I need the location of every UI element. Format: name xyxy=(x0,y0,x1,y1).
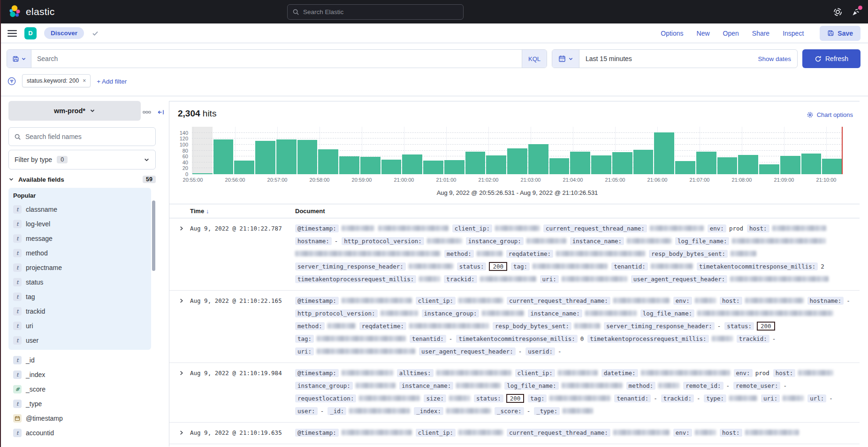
histogram-bar[interactable] xyxy=(528,144,548,174)
histogram-bar[interactable] xyxy=(213,139,234,174)
field-name: accountid xyxy=(26,429,54,437)
refresh-icon xyxy=(815,55,822,62)
histogram-bar[interactable] xyxy=(297,140,318,174)
field-name: projectname xyxy=(26,264,62,271)
redacted-value xyxy=(409,263,453,269)
saved-queries-button[interactable] xyxy=(7,50,31,68)
expand-row-button[interactable] xyxy=(169,224,190,283)
histogram-bar[interactable] xyxy=(549,158,570,174)
field-item-classname[interactable]: tclassname xyxy=(13,202,146,216)
histogram-bar[interactable] xyxy=(822,159,842,174)
redacted-value xyxy=(359,395,420,401)
expand-row-button[interactable] xyxy=(169,369,190,415)
doc-token: user:- xyxy=(295,407,324,415)
histogram-bar[interactable] xyxy=(591,155,611,174)
field-pill: @timestamp: xyxy=(295,429,339,437)
collapse-sidebar-icon[interactable] xyxy=(157,108,165,116)
menu-icon[interactable] xyxy=(8,30,17,37)
field-item-_id[interactable]: t_id xyxy=(13,353,146,367)
field-item-tag[interactable]: ttag xyxy=(13,289,146,304)
sidebar-scrollbar[interactable] xyxy=(152,200,155,271)
x-tick-label: 20:55:00 xyxy=(183,177,203,183)
chart-options-button[interactable]: Chart options xyxy=(807,111,853,118)
field-item-user[interactable]: tuser xyxy=(13,333,146,347)
histogram-bar[interactable] xyxy=(633,150,654,174)
nav-link-new[interactable]: New xyxy=(697,30,710,37)
histogram-bar[interactable] xyxy=(192,173,213,174)
histogram-bar[interactable] xyxy=(717,157,738,174)
nav-link-inspect[interactable]: Inspect xyxy=(783,30,804,37)
histogram-bar[interactable] xyxy=(675,161,695,174)
elastic-logo-icon xyxy=(8,5,22,19)
filter-menu-icon[interactable] xyxy=(8,77,16,85)
nav-link-share[interactable]: Share xyxy=(752,30,769,37)
histogram-bar[interactable] xyxy=(696,152,716,174)
field-pill: timetakentoprocessrequest_millis: xyxy=(587,335,708,343)
newsfeed-icon[interactable] xyxy=(852,8,860,16)
histogram-bar[interactable] xyxy=(465,152,486,175)
nav-link-open[interactable]: Open xyxy=(723,30,739,37)
field-item-projectname[interactable]: tprojectname xyxy=(13,260,146,275)
query-language-button[interactable]: KQL xyxy=(522,50,547,68)
index-pattern-selector[interactable]: wm-prod* xyxy=(8,101,141,121)
field-name: _score xyxy=(26,385,46,393)
field-item-accountid[interactable]: taccountid xyxy=(13,425,146,440)
field-pill: env: xyxy=(734,369,753,377)
field-pill: host: xyxy=(720,429,742,437)
time-column-header[interactable]: Time ↓ xyxy=(190,208,295,215)
help-icon[interactable] xyxy=(833,8,842,16)
add-filter-link[interactable]: + Add filter xyxy=(97,78,127,85)
histogram-bar[interactable] xyxy=(801,154,822,174)
histogram-bar[interactable] xyxy=(444,160,464,174)
histogram-bar[interactable] xyxy=(360,157,381,174)
date-quick-select-button[interactable] xyxy=(552,50,579,68)
field-search-input[interactable] xyxy=(25,133,150,140)
field-pill: hostname: xyxy=(295,237,332,245)
field-item-@timestamp[interactable]: @timestamp xyxy=(13,411,146,425)
field-search[interactable] xyxy=(8,127,156,146)
histogram-bar[interactable] xyxy=(276,139,297,174)
histogram-bar[interactable] xyxy=(486,155,506,174)
field-item-_index[interactable]: t_index xyxy=(13,367,146,382)
filter-by-type-select[interactable]: Filter by type 0 xyxy=(8,150,156,170)
global-search[interactable] xyxy=(287,4,464,20)
field-item-trackid[interactable]: ttrackid xyxy=(13,304,146,318)
field-item-_score[interactable]: #_score xyxy=(13,382,146,396)
histogram-bar[interactable] xyxy=(570,152,590,175)
histogram-bar[interactable] xyxy=(780,156,800,174)
elastic-home-link[interactable]: elastic xyxy=(8,5,55,19)
histogram-bar[interactable] xyxy=(738,155,758,174)
histogram-bar[interactable] xyxy=(381,160,402,174)
show-dates-link[interactable]: Show dates xyxy=(758,55,797,62)
histogram-bar[interactable] xyxy=(234,161,254,174)
query-input[interactable] xyxy=(31,55,522,62)
field-item-uri[interactable]: turi xyxy=(13,318,146,333)
field-item-message[interactable]: tmessage xyxy=(13,231,146,246)
time-range-value[interactable]: Last 15 minutes xyxy=(579,55,632,62)
nav-link-options[interactable]: Options xyxy=(661,30,683,37)
global-search-input[interactable] xyxy=(303,8,458,15)
refresh-button[interactable]: Refresh xyxy=(802,49,860,68)
histogram-bar[interactable] xyxy=(318,149,338,174)
field-item-log-level[interactable]: tlog-level xyxy=(13,216,146,231)
expand-row-button[interactable] xyxy=(169,296,190,355)
histogram-bar[interactable] xyxy=(423,161,443,174)
available-fields-accordion[interactable]: Available fields 59 xyxy=(8,176,156,183)
histogram-bar[interactable] xyxy=(339,156,359,174)
histogram-bar[interactable] xyxy=(654,132,674,174)
histogram-bar[interactable] xyxy=(759,164,779,174)
field-item-_type[interactable]: t_type xyxy=(13,396,146,411)
remove-filter-icon[interactable]: × xyxy=(83,77,86,84)
histogram-plot[interactable] xyxy=(192,127,843,174)
breadcrumb-discover[interactable]: Discover xyxy=(44,27,84,39)
expand-row-button[interactable] xyxy=(169,428,190,437)
histogram-bar[interactable] xyxy=(402,154,422,174)
field-item-status[interactable]: tstatus xyxy=(13,275,146,289)
save-button[interactable]: Save xyxy=(820,26,860,41)
histogram-bar[interactable] xyxy=(507,148,527,174)
histogram-bar[interactable] xyxy=(612,152,632,174)
filter-pill-status-keyword[interactable]: status.keyword: 200 × xyxy=(22,74,91,87)
histogram-bar[interactable] xyxy=(255,141,275,174)
field-settings-icon[interactable] xyxy=(143,110,151,114)
field-item-method[interactable]: tmethod xyxy=(13,246,146,260)
